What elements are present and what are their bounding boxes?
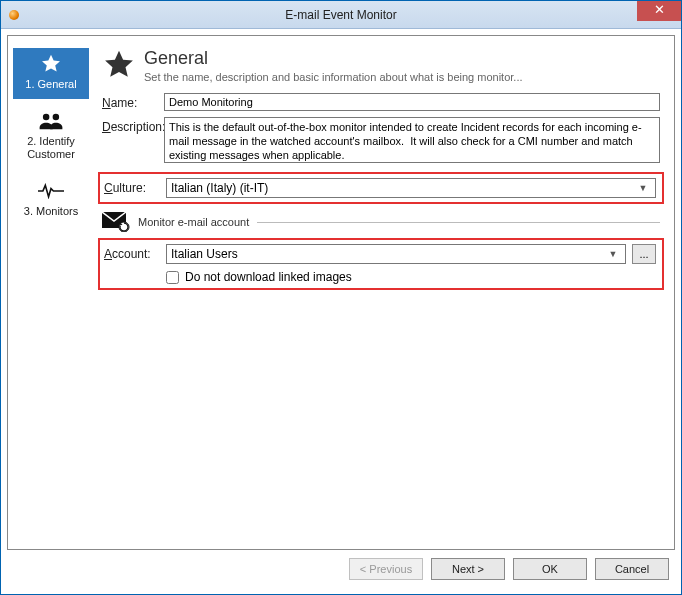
page-header: General Set the name, description and ba…: [102, 48, 660, 83]
svg-point-1: [53, 114, 60, 121]
window-title: E-mail Event Monitor: [1, 8, 681, 22]
chevron-down-icon: ▼: [605, 249, 621, 259]
page-title: General: [144, 48, 523, 69]
culture-label: Culture:: [104, 178, 166, 195]
culture-value: Italian (Italy) (it-IT): [171, 181, 268, 195]
step-monitors[interactable]: 3. Monitors: [13, 175, 89, 226]
account-value: Italian Users: [171, 247, 238, 261]
description-row: Description:: [102, 117, 660, 166]
name-label: Name:: [102, 93, 164, 110]
main-panel: General Set the name, description and ba…: [94, 36, 674, 549]
description-input[interactable]: [164, 117, 660, 163]
wizard-footer: < Previous Next > OK Cancel: [7, 550, 675, 588]
chevron-down-icon: ▼: [635, 183, 651, 193]
account-browse-button[interactable]: ...: [632, 244, 656, 264]
step-general[interactable]: 1. General: [13, 48, 89, 99]
name-row: Name:: [102, 93, 660, 111]
account-label: Account:: [104, 244, 166, 261]
account-combo[interactable]: Italian Users ▼: [166, 244, 626, 264]
step-label: 3. Monitors: [13, 205, 89, 218]
account-row: Account: Italian Users ▼ ...: [104, 244, 656, 264]
email-event-monitor-window: E-mail Event Monitor ✕ 1. General: [0, 0, 682, 595]
step-identify-customer[interactable]: 2. Identify Customer: [13, 105, 89, 169]
people-icon: [13, 109, 89, 133]
previous-button: < Previous: [349, 558, 423, 580]
envelope-refresh-icon: [102, 212, 130, 232]
monitor-account-section: Monitor e-mail account: [102, 212, 660, 232]
page-subtitle: Set the name, description and basic info…: [144, 71, 523, 83]
wizard-sidebar: 1. General 2. Identify Customer: [8, 36, 94, 549]
titlebar[interactable]: E-mail Event Monitor ✕: [1, 1, 681, 29]
divider: [257, 222, 660, 223]
cancel-button[interactable]: Cancel: [595, 558, 669, 580]
culture-row: Culture: Italian (Italy) (it-IT) ▼: [104, 178, 656, 198]
culture-combo[interactable]: Italian (Italy) (it-IT) ▼: [166, 178, 656, 198]
account-highlight: Account: Italian Users ▼ ... Do not down…: [98, 238, 664, 290]
close-button[interactable]: ✕: [637, 1, 681, 21]
svg-point-0: [43, 114, 50, 121]
star-icon: [13, 52, 89, 76]
description-label: Description:: [102, 117, 164, 134]
window-body: 1. General 2. Identify Customer: [1, 29, 681, 594]
section-label: Monitor e-mail account: [138, 216, 249, 228]
download-images-checkbox[interactable]: [166, 271, 179, 284]
next-button[interactable]: Next >: [431, 558, 505, 580]
content-frame: 1. General 2. Identify Customer: [7, 35, 675, 550]
download-images-row: Do not download linked images: [104, 270, 656, 284]
star-icon: [102, 48, 136, 82]
step-label: 1. General: [13, 78, 89, 91]
download-images-label: Do not download linked images: [185, 270, 352, 284]
name-input[interactable]: [164, 93, 660, 111]
culture-highlight: Culture: Italian (Italy) (it-IT) ▼: [98, 172, 664, 204]
activity-icon: [13, 179, 89, 203]
step-label: 2. Identify Customer: [13, 135, 89, 161]
ok-button[interactable]: OK: [513, 558, 587, 580]
